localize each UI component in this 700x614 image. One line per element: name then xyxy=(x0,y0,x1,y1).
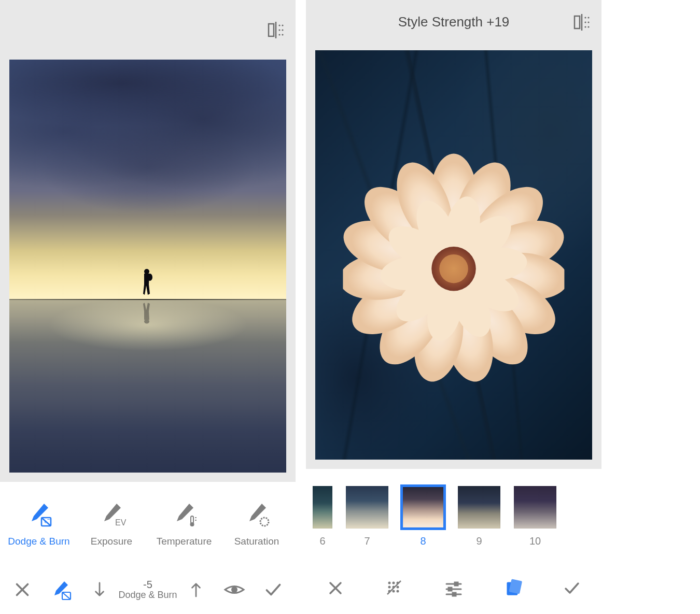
tool-row xyxy=(306,562,601,614)
preset-number: 9 xyxy=(476,535,482,547)
svg-point-60 xyxy=(389,587,390,588)
brush-saturation[interactable]: Saturation xyxy=(220,499,293,547)
brush-tool-row: + − Dodge & Burn EV Exposure xyxy=(0,482,296,565)
strength-display: -5 Dodge & Burn xyxy=(118,579,177,601)
svg-text:EV: EV xyxy=(115,518,126,527)
svg-rect-0 xyxy=(269,24,274,36)
strength-value: -5 xyxy=(118,579,177,590)
svg-rect-15 xyxy=(191,516,193,523)
svg-point-62 xyxy=(397,587,399,588)
preset-thumb xyxy=(400,484,446,530)
svg-point-65 xyxy=(397,591,399,592)
apply-button[interactable] xyxy=(260,576,287,603)
topbar: Style Strength +19 xyxy=(306,0,601,44)
strength-name: Dodge & Burn xyxy=(118,590,177,601)
svg-point-5 xyxy=(282,29,283,31)
svg-point-6 xyxy=(278,34,280,35)
svg-rect-22 xyxy=(575,16,580,28)
preset-10[interactable]: 10 xyxy=(512,484,558,547)
style-preset-row[interactable]: 6 7 8 9 10 xyxy=(306,469,601,562)
brush-temperature[interactable]: Temperature xyxy=(148,499,220,547)
preset-number: 8 xyxy=(420,535,426,547)
screen-style-editor: Style Strength +19 xyxy=(306,0,601,614)
action-row: -5 Dodge & Burn xyxy=(0,565,296,614)
cancel-button[interactable] xyxy=(322,575,349,602)
preset-number: 7 xyxy=(364,535,370,547)
topbar xyxy=(0,0,296,60)
svg-point-3 xyxy=(282,24,283,26)
brush-label: Dodge & Burn xyxy=(8,536,69,547)
photo-canvas[interactable] xyxy=(0,60,296,482)
svg-rect-72 xyxy=(453,593,456,596)
brush-exposure[interactable]: EV Exposure xyxy=(75,499,148,547)
strength-stepper: -5 Dodge & Burn xyxy=(86,576,209,603)
svg-point-19 xyxy=(260,518,269,526)
svg-point-57 xyxy=(389,582,390,584)
svg-point-9 xyxy=(147,274,152,281)
apply-button[interactable] xyxy=(558,575,585,602)
brush-saturation-icon xyxy=(242,499,271,529)
svg-point-7 xyxy=(282,34,283,35)
brush-exposure-icon: EV xyxy=(97,499,126,529)
svg-point-24 xyxy=(584,17,586,18)
svg-point-16 xyxy=(190,522,194,526)
preset-7[interactable]: 7 xyxy=(344,484,390,547)
photo-sunset xyxy=(9,60,286,473)
preview-button[interactable] xyxy=(221,576,248,603)
svg-point-58 xyxy=(393,582,395,584)
cancel-button[interactable] xyxy=(9,576,36,603)
svg-point-26 xyxy=(584,21,586,23)
svg-point-21 xyxy=(231,587,237,593)
svg-point-10 xyxy=(144,320,149,324)
increment-button[interactable] xyxy=(183,576,209,603)
screen-brush-editor: + − Dodge & Burn EV Exposure xyxy=(0,0,296,614)
brush-label: Exposure xyxy=(91,536,132,547)
svg-point-29 xyxy=(587,26,589,27)
svg-point-25 xyxy=(587,17,589,18)
preset-thumb xyxy=(456,484,502,530)
brush-temperature-icon xyxy=(170,499,199,529)
tune-button[interactable] xyxy=(440,575,467,602)
svg-point-56 xyxy=(439,254,468,283)
brush-label: Saturation xyxy=(234,536,279,547)
svg-point-8 xyxy=(144,269,149,274)
preset-thumb xyxy=(344,484,390,530)
preset-6[interactable]: 6 xyxy=(311,484,334,547)
svg-rect-74 xyxy=(509,579,522,594)
styles-button[interactable] xyxy=(499,575,526,602)
svg-point-27 xyxy=(587,21,589,23)
compare-button[interactable] xyxy=(265,20,286,40)
preset-number: 10 xyxy=(529,535,541,547)
svg-point-4 xyxy=(278,29,280,31)
decrement-button[interactable] xyxy=(86,576,113,603)
svg-rect-68 xyxy=(455,582,458,586)
svg-text:−: − xyxy=(47,517,50,522)
photo-canvas[interactable] xyxy=(306,44,601,469)
status-text: Style Strength +19 xyxy=(306,14,601,30)
brush-label: Temperature xyxy=(157,536,212,547)
svg-point-64 xyxy=(393,591,395,592)
preset-thumb xyxy=(311,484,334,530)
preset-8[interactable]: 8 xyxy=(400,484,446,547)
svg-rect-70 xyxy=(449,588,452,591)
brush-dodge-burn-icon: + − xyxy=(24,499,53,529)
mask-brush-button[interactable] xyxy=(48,576,75,603)
brush-dodge-burn[interactable]: + − Dodge & Burn xyxy=(3,499,75,547)
texture-button[interactable] xyxy=(381,575,408,602)
svg-point-2 xyxy=(278,24,280,26)
photo-flower xyxy=(315,50,592,460)
preset-number: 6 xyxy=(319,535,325,547)
svg-point-28 xyxy=(584,26,586,27)
preset-9[interactable]: 9 xyxy=(456,484,502,547)
compare-button[interactable] xyxy=(571,12,592,33)
preset-thumb xyxy=(512,484,558,530)
